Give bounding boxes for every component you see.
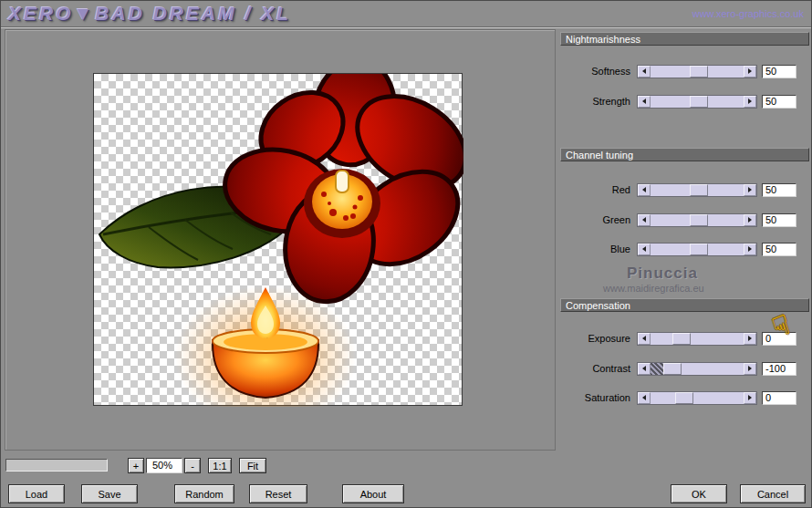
slider-label: Saturation bbox=[560, 392, 637, 403]
slider-row-green: Green 50 bbox=[560, 213, 808, 227]
slider-left-arrow[interactable] bbox=[638, 96, 651, 108]
right-triangle-icon bbox=[748, 366, 752, 371]
slider-value[interactable]: -100 bbox=[762, 362, 796, 376]
slider-right-arrow[interactable] bbox=[744, 244, 756, 255]
slider-right-arrow[interactable] bbox=[744, 363, 756, 375]
preview-canvas[interactable] bbox=[93, 73, 463, 406]
softness-slider[interactable] bbox=[637, 65, 757, 78]
slider-left-arrow[interactable] bbox=[638, 214, 651, 226]
saturation-slider[interactable] bbox=[637, 391, 757, 405]
slider-row-softness: Softness 50 bbox=[560, 64, 808, 78]
random-button[interactable]: Random bbox=[174, 484, 234, 503]
slider-thumb[interactable] bbox=[690, 214, 708, 226]
preview-panel bbox=[5, 29, 556, 451]
right-triangle-icon bbox=[748, 187, 752, 192]
left-triangle-icon bbox=[642, 336, 646, 341]
right-triangle-icon bbox=[748, 336, 752, 341]
slider-track[interactable] bbox=[651, 66, 744, 78]
plugin-window: { "window": { "title": "XERO▼BAD DREAM /… bbox=[0, 0, 812, 508]
slider-right-arrow[interactable] bbox=[744, 96, 756, 108]
slider-label: Green bbox=[560, 214, 637, 225]
right-triangle-icon bbox=[748, 246, 752, 252]
green-slider[interactable] bbox=[637, 213, 757, 227]
slider-thumb[interactable] bbox=[672, 333, 691, 345]
slider-value[interactable]: 50 bbox=[762, 95, 796, 109]
slider-label: Red bbox=[560, 184, 637, 195]
left-triangle-icon bbox=[642, 68, 646, 74]
slider-right-arrow[interactable] bbox=[744, 392, 756, 404]
slider-row-saturation: Saturation 0 bbox=[560, 390, 808, 405]
exposure-slider[interactable] bbox=[637, 332, 757, 346]
zoom-in-button[interactable]: + bbox=[128, 458, 144, 473]
slider-thumb[interactable] bbox=[663, 363, 682, 375]
about-button[interactable]: About bbox=[342, 484, 404, 503]
slider-label: Contrast bbox=[560, 363, 637, 374]
slider-value[interactable]: 50 bbox=[762, 243, 796, 256]
slider-thumb[interactable] bbox=[690, 184, 708, 196]
blue-slider[interactable] bbox=[637, 243, 757, 256]
strength-slider[interactable] bbox=[637, 95, 757, 109]
progress-bar bbox=[5, 459, 108, 472]
slider-left-arrow[interactable] bbox=[638, 333, 651, 345]
load-button[interactable]: Load bbox=[8, 484, 65, 503]
watermark-url: www.maidiregrafica.eu bbox=[603, 283, 704, 294]
slider-right-arrow[interactable] bbox=[744, 333, 756, 345]
slider-thumb[interactable] bbox=[690, 244, 708, 255]
slider-label: Strength bbox=[560, 96, 637, 107]
slider-track[interactable] bbox=[651, 184, 744, 196]
left-triangle-icon bbox=[642, 366, 646, 371]
zoom-level: 50% bbox=[146, 458, 182, 473]
group-header-compensation: Compensation bbox=[560, 298, 809, 312]
slider-track[interactable] bbox=[651, 214, 744, 226]
red-slider[interactable] bbox=[637, 183, 757, 197]
zoom-fit-button[interactable]: Fit bbox=[239, 458, 266, 473]
slider-left-arrow[interactable] bbox=[638, 363, 651, 375]
group-header-nightmarishness: Nightmarishness bbox=[560, 32, 809, 46]
slider-row-blue: Blue 50 bbox=[560, 242, 808, 256]
slider-left-arrow[interactable] bbox=[638, 184, 651, 196]
slider-left-arrow[interactable] bbox=[638, 66, 651, 78]
left-triangle-icon bbox=[642, 217, 646, 223]
slider-value[interactable]: 50 bbox=[762, 65, 796, 78]
slider-hatch-region bbox=[651, 363, 663, 375]
slider-label: Softness bbox=[560, 66, 637, 77]
cancel-button[interactable]: Cancel bbox=[740, 484, 806, 503]
slider-value[interactable]: 0 bbox=[762, 391, 796, 405]
slider-thumb[interactable] bbox=[690, 66, 708, 78]
zoom-out-button[interactable]: - bbox=[184, 458, 201, 473]
slider-track[interactable] bbox=[651, 96, 744, 108]
ok-button[interactable]: OK bbox=[671, 484, 727, 503]
title-bar: XERO▼BAD DREAM / XL www.xero-graphics.co… bbox=[1, 1, 811, 26]
slider-track[interactable] bbox=[651, 392, 744, 404]
save-button[interactable]: Save bbox=[81, 484, 138, 503]
slider-track[interactable] bbox=[651, 244, 744, 255]
left-triangle-icon bbox=[642, 187, 646, 192]
slider-track[interactable] bbox=[651, 363, 744, 375]
left-triangle-icon bbox=[642, 246, 646, 252]
slider-value[interactable]: 50 bbox=[762, 213, 796, 227]
vendor-url[interactable]: www.xero-graphics.co.uk bbox=[692, 8, 804, 19]
slider-row-red: Red 50 bbox=[560, 182, 808, 197]
slider-value[interactable]: 50 bbox=[762, 183, 796, 197]
slider-row-strength: Strength 50 bbox=[560, 94, 808, 109]
slider-left-arrow[interactable] bbox=[638, 244, 651, 255]
left-triangle-icon bbox=[642, 395, 646, 400]
slider-label: Blue bbox=[560, 244, 637, 254]
slider-right-arrow[interactable] bbox=[744, 184, 756, 196]
preview-artwork bbox=[94, 74, 463, 407]
watermark-name: Pinuccia bbox=[627, 264, 698, 283]
right-triangle-icon bbox=[748, 98, 752, 104]
slider-thumb[interactable] bbox=[690, 96, 708, 108]
right-triangle-icon bbox=[748, 68, 752, 74]
slider-track[interactable] bbox=[651, 333, 744, 345]
right-triangle-icon bbox=[748, 395, 752, 400]
left-triangle-icon bbox=[642, 98, 646, 104]
zoom-one-to-one-button[interactable]: 1:1 bbox=[208, 458, 232, 473]
contrast-slider[interactable] bbox=[637, 362, 757, 376]
slider-left-arrow[interactable] bbox=[638, 392, 651, 404]
slider-right-arrow[interactable] bbox=[744, 66, 756, 78]
reset-button[interactable]: Reset bbox=[249, 484, 307, 503]
group-header-channel-tuning: Channel tuning bbox=[560, 148, 809, 161]
slider-thumb[interactable] bbox=[675, 392, 693, 404]
slider-right-arrow[interactable] bbox=[744, 214, 756, 226]
